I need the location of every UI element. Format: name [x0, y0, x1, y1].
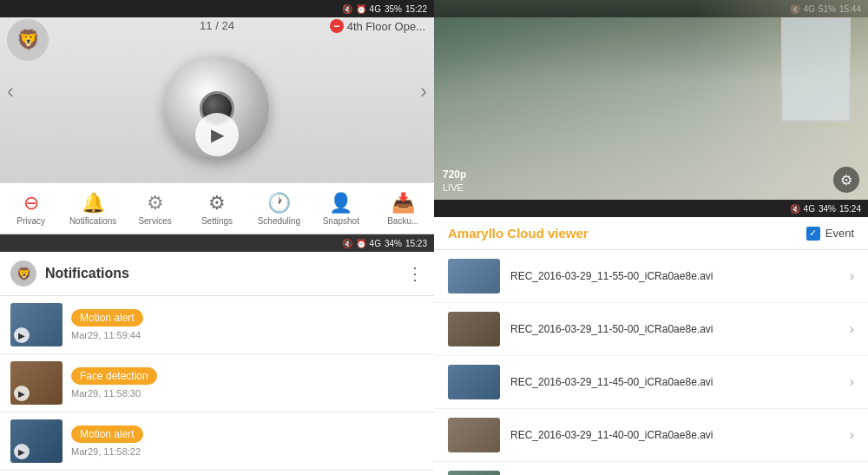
- nav-snapshot[interactable]: 👤 Snapshot: [310, 183, 372, 234]
- status-bar-2: 🔇 ⏰ 4G 34% 15:23: [0, 234, 434, 252]
- notif-thumbnail-2: ▶: [10, 361, 62, 405]
- snapshot-icon: 👤: [329, 192, 352, 214]
- motion-alert-badge-2: Motion alert: [71, 426, 143, 443]
- prev-camera-arrow[interactable]: ‹: [7, 79, 14, 103]
- camera-name: 4th Floor Ope...: [347, 20, 425, 33]
- nav-services[interactable]: ⚙ Services: [124, 183, 186, 234]
- camera-title: − 4th Floor Ope...: [330, 19, 425, 33]
- cloud-viewer-header: Amaryllo Cloud viewer ✓ Event: [434, 217, 868, 250]
- alarm-icon-2: ⏰: [356, 239, 366, 248]
- right-panel: 🔇 4G 51% 15:44 720p LIVE ⚙ 🔇 4G 34% 15:2…: [434, 0, 868, 475]
- mute-icon-r2: 🔇: [790, 204, 800, 214]
- notif-thumbnail-1: ▶: [10, 303, 62, 346]
- cloud-viewer: Amaryllo Cloud viewer ✓ Event REC_2016-0…: [434, 217, 868, 475]
- resolution-label: 720p: [443, 168, 466, 181]
- mute-icon-2: 🔇: [342, 239, 352, 248]
- motion-alert-badge-1: Motion alert: [71, 309, 143, 327]
- privacy-label: Privacy: [16, 216, 45, 226]
- live-status-label: LIVE: [443, 182, 466, 193]
- thumb-play-icon-1: ▶: [14, 327, 30, 343]
- notif-time-3: Mar29, 11:58:22: [71, 446, 143, 457]
- left-panel: 🔇 ⏰ 4G 35% 15:22 🦁 11 / 24 − 4th Floor O…: [0, 0, 434, 475]
- rec-thumbnail-4: [448, 418, 500, 452]
- time-r2: 15:24: [839, 204, 861, 214]
- event-filter[interactable]: ✓ Event: [806, 227, 854, 241]
- app-logo-left: 🦁: [7, 19, 49, 61]
- nav-notifications[interactable]: 🔔 Notifications: [62, 183, 123, 234]
- thumb-play-icon-2: ▶: [14, 386, 30, 401]
- time-2: 15:23: [405, 239, 427, 248]
- list-item[interactable]: REC_2016-03-29_11-50-00_iCRa0ae8e.avi ›: [434, 303, 868, 356]
- play-button[interactable]: ▶: [195, 113, 239, 156]
- nav-backup[interactable]: 📥 Backu...: [372, 183, 434, 234]
- camera-view: 🔇 ⏰ 4G 35% 15:22 🦁 11 / 24 − 4th Floor O…: [0, 0, 434, 182]
- backup-label: Backu...: [387, 216, 418, 226]
- notifications-panel: 🦁 Notifications ⋮ ▶ Motion alert Mar29, …: [0, 252, 434, 475]
- notif-time-1: Mar29, 11:59:44: [71, 330, 143, 340]
- signal-icon-r2: 4G: [804, 204, 815, 214]
- notifications-title: Notifications: [45, 266, 398, 281]
- notif-content-3: Motion alert Mar29, 11:58:22: [71, 426, 143, 457]
- privacy-icon: ⊖: [23, 192, 39, 214]
- next-camera-arrow[interactable]: ›: [420, 79, 427, 103]
- mute-icon: 🔇: [342, 4, 352, 14]
- rec-filename-3: REC_2016-03-29_11-45-00_iCRa0ae8e.avi: [510, 376, 839, 388]
- notif-logo: 🦁: [10, 261, 36, 287]
- scheduling-label: Scheduling: [258, 216, 300, 226]
- notif-time-2: Mar29, 11:58:30: [71, 388, 157, 399]
- nav-settings[interactable]: ⚙ Settings: [186, 183, 247, 234]
- thumb-play-icon-3: ▶: [14, 444, 30, 459]
- notif-content-1: Motion alert Mar29, 11:59:44: [71, 309, 143, 340]
- list-item[interactable]: REC_2016-03-29_11-40-00_iCRa0ae8e.avi ›: [434, 409, 868, 462]
- camera-nav-bar: ⊖ Privacy 🔔 Notifications ⚙ Services ⚙ S…: [0, 182, 434, 234]
- alarm-icon: ⏰: [356, 4, 366, 14]
- rec-thumbnail-1: [448, 259, 500, 294]
- list-item[interactable]: ▶ Motion alert Mar29, 11:58:22: [0, 412, 434, 471]
- backup-icon: 📥: [391, 192, 415, 214]
- list-item[interactable]: REC_2016-03-29_11-45-00_iCRa0ae8e.avi ›: [434, 356, 868, 409]
- list-item[interactable]: ▶ Motion alert Mar29, 11:59:44: [0, 296, 434, 354]
- status-bar-left: 🔇 ⏰ 4G 35% 15:22: [0, 0, 434, 17]
- event-label: Event: [825, 227, 854, 240]
- list-item[interactable]: ▶ Motion alert Mar29, 11:57:00: [0, 471, 434, 475]
- rec-thumbnail-2: [448, 312, 500, 346]
- list-item[interactable]: ▶ Face detection Mar29, 11:58:30: [0, 354, 434, 412]
- rec-arrow-4: ›: [850, 427, 854, 443]
- camera-counter: 11 / 24: [200, 19, 234, 32]
- signal-icon: 4G: [370, 4, 381, 14]
- room-window: [781, 17, 851, 122]
- nav-privacy[interactable]: ⊖ Privacy: [0, 183, 62, 234]
- settings-label: Settings: [201, 216, 233, 226]
- notifications-menu-button[interactable]: ⋮: [406, 263, 424, 284]
- rec-thumbnail-3: [448, 365, 500, 399]
- rec-filename-1: REC_2016-03-29_11-55-00_iCRa0ae8e.avi: [510, 270, 839, 282]
- cloud-viewer-title: Amaryllo Cloud viewer: [448, 226, 589, 241]
- lion-icon: 🦁: [16, 29, 40, 51]
- status-bar-r2: 🔇 4G 34% 15:24: [434, 200, 868, 217]
- rec-arrow-3: ›: [850, 374, 854, 390]
- notifications-label: Notifications: [69, 216, 116, 226]
- notif-content-2: Face detection Mar29, 11:58:30: [71, 367, 157, 399]
- settings-icon: ⚙: [208, 192, 226, 214]
- services-label: Services: [138, 216, 171, 226]
- scheduling-icon: 🕐: [267, 192, 291, 214]
- live-settings-button[interactable]: ⚙: [833, 167, 859, 193]
- notifications-icon: 🔔: [82, 192, 105, 214]
- battery-r2: 34%: [819, 204, 836, 214]
- notif-thumbnail-3: ▶: [10, 419, 62, 463]
- rec-arrow-1: ›: [850, 268, 854, 284]
- nav-scheduling[interactable]: 🕐 Scheduling: [248, 183, 310, 234]
- battery-left: 35%: [385, 4, 402, 14]
- event-checkbox-icon: ✓: [806, 227, 820, 241]
- notifications-list: ▶ Motion alert Mar29, 11:59:44 ▶ Face de…: [0, 296, 434, 475]
- rec-filename-2: REC_2016-03-29_11-50-00_iCRa0ae8e.avi: [510, 323, 839, 335]
- list-item[interactable]: REC_2016-03-29_11-35-01_iCRa0ae8e.avi ›: [434, 462, 868, 475]
- services-icon: ⚙: [147, 192, 164, 214]
- list-item[interactable]: REC_2016-03-29_11-55-00_iCRa0ae8e.avi ›: [434, 250, 868, 303]
- live-camera-view: 🔇 4G 51% 15:44 720p LIVE ⚙: [434, 0, 868, 200]
- time-left: 15:22: [405, 4, 427, 14]
- rec-thumbnail-5: [448, 471, 500, 475]
- recording-list: REC_2016-03-29_11-55-00_iCRa0ae8e.avi › …: [434, 250, 868, 475]
- notifications-header: 🦁 Notifications ⋮: [0, 252, 434, 296]
- rec-filename-4: REC_2016-03-29_11-40-00_iCRa0ae8e.avi: [510, 429, 839, 441]
